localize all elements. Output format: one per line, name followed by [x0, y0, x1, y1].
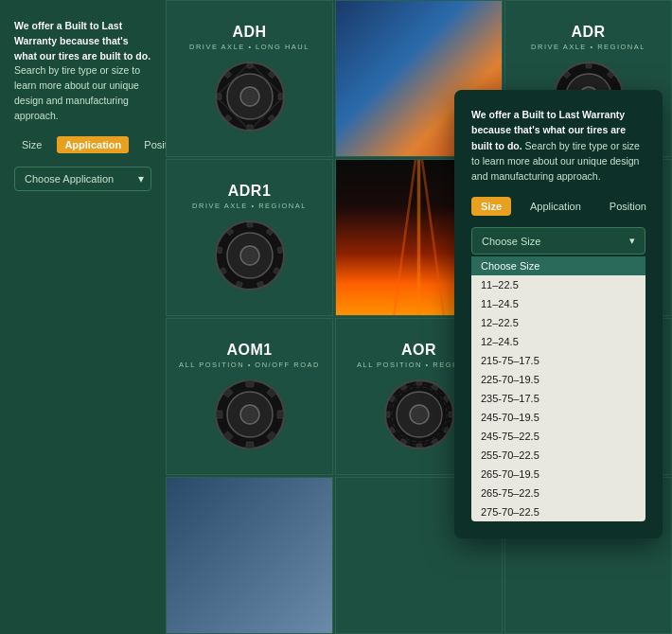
svg-point-24 — [240, 246, 259, 265]
tire-name-aom1: AOM1 — [226, 342, 272, 359]
size-option-12-22.5[interactable]: 12–22.5 — [471, 313, 645, 332]
left-application-select[interactable]: Choose Application — [14, 167, 151, 191]
popup-size-dropdown-arrow: ▾ — [629, 235, 635, 247]
search-popup: We offer a Built to Last Warranty becaus… — [454, 90, 663, 538]
left-tabs-row: Size Application Position — [14, 136, 151, 153]
size-option-235-75-17.5[interactable]: 235-75–17.5 — [471, 389, 645, 408]
svg-point-61 — [410, 405, 429, 424]
left-dropdown-wrapper: Choose Application ▾ — [14, 167, 151, 191]
tire-name-aor: AOR — [401, 342, 436, 359]
svg-rect-51 — [246, 380, 254, 387]
popup-tab-position[interactable]: Position — [600, 197, 656, 216]
svg-rect-53 — [277, 411, 284, 418]
left-tab-size[interactable]: Size — [14, 136, 49, 153]
tire-sub-adr: DRIVE AXLE • REGIONAL — [531, 43, 645, 51]
size-option-225-70-19.5[interactable]: 225-70–19.5 — [471, 370, 645, 389]
size-option-245-70-19.5[interactable]: 245-70–19.5 — [471, 408, 645, 427]
svg-rect-25 — [247, 222, 253, 227]
tire-sub-adh: DRIVE AXLE • LONG HAUL — [189, 43, 309, 51]
size-option-choose[interactable]: Choose Size — [471, 256, 645, 275]
tire-name-adh: ADH — [232, 24, 266, 41]
svg-line-36 — [422, 160, 444, 315]
left-intro-text: We offer a Built to Last Warranty becaus… — [14, 19, 151, 123]
popup-tab-size[interactable]: Size — [471, 197, 511, 216]
svg-rect-7 — [247, 125, 253, 130]
svg-rect-27 — [277, 246, 283, 253]
tire-image-aom1 — [212, 377, 288, 452]
svg-rect-9 — [217, 94, 221, 99]
grid-cell-aom1[interactable]: AOM1 ALL POSITION • ON/OFF ROAD — [166, 318, 333, 475]
size-option-11-22.5[interactable]: 11–22.5 — [471, 275, 645, 294]
left-tab-application[interactable]: Application — [57, 136, 129, 153]
popup-intro-text: We offer a Built to Last Warranty becaus… — [471, 107, 645, 184]
grid-cell-adr1[interactable]: ADR1 DRIVE AXLE • REGIONAL — [166, 159, 333, 316]
svg-rect-57 — [216, 411, 222, 418]
tire-name-adr: ADR — [571, 24, 605, 41]
tire-name-adr1: ADR1 — [228, 183, 272, 200]
popup-size-list: Choose Size11–22.511–24.512–22.512–24.52… — [471, 256, 645, 521]
size-option-215-75-17.5[interactable]: 215-75–17.5 — [471, 351, 645, 370]
size-option-255-70-22.5[interactable]: 255-70–22.5 — [471, 446, 645, 465]
size-option-265-75-22.5[interactable]: 265-75–22.5 — [471, 484, 645, 502]
svg-rect-3 — [247, 63, 253, 68]
popup-size-dropdown-label[interactable]: Choose Size ▾ — [471, 227, 645, 255]
grid-cell-truck — [166, 477, 333, 634]
svg-rect-55 — [246, 442, 254, 449]
svg-point-2 — [240, 87, 259, 106]
svg-rect-64 — [416, 381, 422, 385]
svg-rect-70 — [416, 444, 422, 448]
grid-cell-adh[interactable]: ADH DRIVE AXLE • LONG HAUL — [166, 0, 333, 157]
svg-rect-32 — [217, 246, 222, 253]
left-intro-body: Search by tire type or size to learn mor… — [14, 64, 140, 120]
svg-rect-67 — [449, 412, 452, 417]
popup-size-dropdown-text: Choose Size — [482, 236, 540, 247]
size-option-12-24.5[interactable]: 12–24.5 — [471, 332, 645, 351]
svg-line-35 — [394, 160, 416, 315]
svg-rect-73 — [386, 412, 390, 417]
size-option-245-75-22.5[interactable]: 245-75–22.5 — [471, 427, 645, 446]
page-wrapper: We offer a Built to Last Warranty becaus… — [0, 0, 672, 634]
size-option-11-24.5[interactable]: 11–24.5 — [471, 294, 645, 313]
left-panel: We offer a Built to Last Warranty becaus… — [0, 0, 166, 634]
size-option-275-70-22.5[interactable]: 275-70–22.5 — [471, 502, 645, 521]
popup-tab-application[interactable]: Application — [521, 197, 591, 216]
svg-point-50 — [240, 405, 259, 424]
tire-sub-aom1: ALL POSITION • ON/OFF ROAD — [179, 361, 320, 369]
tire-sub-adr1: DRIVE AXLE • REGIONAL — [192, 202, 307, 210]
svg-rect-14 — [586, 63, 592, 68]
popup-tabs-row: Size Application Position — [471, 197, 645, 216]
truck-image — [167, 478, 332, 633]
size-option-265-70-19.5[interactable]: 265-70–19.5 — [471, 465, 645, 484]
tire-image-adh — [212, 59, 288, 134]
svg-rect-5 — [278, 94, 283, 99]
left-intro-bold: We offer a Built to Last Warranty becaus… — [14, 20, 150, 62]
tire-image-adr1 — [212, 218, 288, 293]
tire-image-aor — [381, 377, 457, 452]
